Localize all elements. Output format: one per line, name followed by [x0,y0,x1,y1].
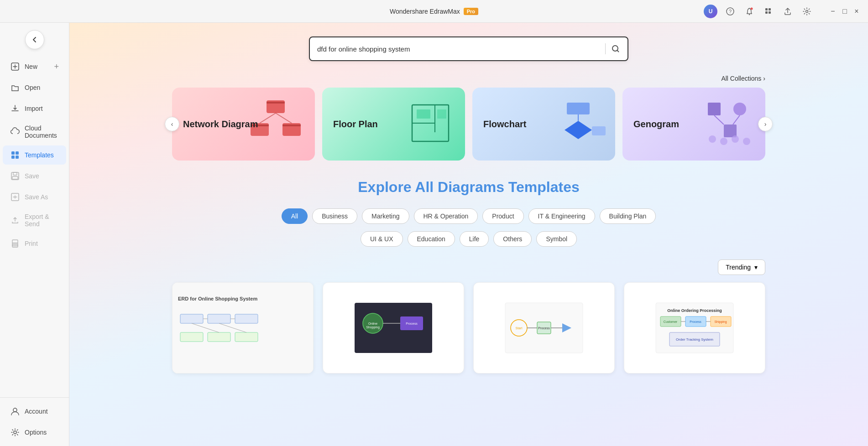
search-input[interactable] [317,45,600,53]
carousel-card-genogram[interactable]: Genogram [622,88,765,161]
sidebar: New + Open Im [0,23,69,446]
template-card-1[interactable]: ERD for Online Shopping System [172,282,314,373]
saveas-label: Save As [25,193,48,201]
user-avatar[interactable]: U [704,5,717,18]
carousel-card-floorplan[interactable]: Floor Plan [322,88,465,161]
svg-rect-49 [180,314,203,323]
carousel-card-flowchart[interactable]: Flowchart [472,88,615,161]
trending-dropdown[interactable]: Trending ▾ [718,259,765,275]
filter-tab-business[interactable]: Business [312,208,357,224]
svg-rect-4 [765,8,768,10]
svg-text:Customer: Customer [664,320,678,323]
carousel-card-network[interactable]: Network Diagram [172,88,315,161]
flowchart-illustration [549,98,608,150]
svg-point-3 [751,7,753,10]
titlebar-icons: U ? [704,5,813,18]
close-button[interactable]: × [852,7,861,16]
svg-text:Online Ordering Processing: Online Ordering Processing [667,308,722,313]
templates-label: Templates [25,151,54,159]
filter-tab-life[interactable]: Life [460,231,489,247]
filter-tab-hr[interactable]: HR & Operation [414,208,478,224]
sidebar-item-saveas[interactable]: Save As [3,187,66,207]
search-button[interactable] [611,44,620,53]
filter-tab-product[interactable]: Product [482,208,523,224]
svg-point-48 [743,138,750,145]
svg-rect-51 [235,314,258,323]
svg-point-20 [13,408,17,412]
carousel-next-button[interactable]: › [758,117,773,131]
share-icon[interactable] [781,5,794,18]
sidebar-item-save[interactable]: Save [3,166,66,186]
options-icon [10,427,20,437]
svg-point-8 [806,10,808,12]
filter-tab-others[interactable]: Others [493,231,532,247]
main-content: All Collections › ‹ Network Diagram [69,23,868,446]
svg-rect-10 [11,151,15,155]
minimize-button[interactable]: − [829,7,837,16]
template-card-4[interactable]: Online Ordering Processing Customer Proc… [624,282,765,373]
template-card-2[interactable]: Online Shopping Process [323,282,464,373]
carousel-prev-button[interactable]: ‹ [165,117,179,131]
filter-tab-it[interactable]: IT & Engineering [528,208,595,224]
options-label: Options [25,429,47,436]
all-collections-link[interactable]: All Collections › [721,75,765,82]
carousel-wrapper: ‹ Network Diagram [172,88,765,161]
sidebar-item-templates[interactable]: Templates [3,145,66,165]
svg-point-46 [720,138,727,145]
sidebar-item-account[interactable]: Account [3,402,66,421]
svg-line-55 [192,323,219,332]
carousel-title-row: All Collections › [172,75,765,82]
filter-tab-symbol[interactable]: Symbol [536,231,577,247]
svg-rect-15 [13,172,17,175]
svg-text:Process: Process [690,320,701,323]
sidebar-item-import[interactable]: Import [3,99,66,118]
pro-badge: Pro [464,8,478,15]
svg-text:Process: Process [406,322,418,325]
svg-rect-53 [208,332,230,342]
import-label: Import [25,105,43,112]
svg-point-45 [709,135,716,143]
main-layout: New + Open Im [0,23,868,446]
template-card-2-content: Online Shopping Process [323,283,464,373]
apps-icon[interactable] [762,5,775,18]
new-icon [10,62,20,72]
svg-rect-5 [769,8,771,10]
filter-tab-uiux[interactable]: UI & UX [361,231,403,247]
saveas-icon [10,192,20,202]
svg-rect-42 [724,124,737,137]
svg-text:Order Tracking System: Order Tracking System [676,337,713,342]
window-controls[interactable]: − □ × [829,7,861,16]
notification-icon[interactable] [743,5,756,18]
template-card-1-content: ERD for Online Shopping System [173,283,313,373]
svg-point-41 [733,103,746,115]
sidebar-item-new[interactable]: New + [3,57,66,76]
template-card-3[interactable]: Start Process [473,282,615,373]
sidebar-item-print[interactable]: Print [3,234,66,253]
trending-label: Trending [726,264,751,271]
help-icon[interactable]: ? [724,5,737,18]
svg-rect-6 [765,11,768,14]
filter-tab-all[interactable]: All [282,208,308,224]
open-label: Open [25,84,40,91]
settings-icon[interactable] [800,5,813,18]
sidebar-item-options[interactable]: Options [3,423,66,442]
svg-point-2 [749,14,750,15]
titlebar: Wondershare EdrawMax Pro U ? [0,0,868,23]
carousel-card-network-label: Network Diagram [183,118,258,130]
svg-rect-18 [12,240,18,243]
trending-chevron-icon: ▾ [754,264,758,271]
filter-tab-education[interactable]: Education [408,231,455,247]
back-button[interactable] [25,30,44,49]
filter-tab-building[interactable]: Building Plan [600,208,656,224]
svg-rect-7 [769,11,771,14]
sidebar-item-cloud[interactable]: Cloud Documents [3,120,66,144]
sidebar-item-export[interactable]: Export & Send [3,208,66,232]
sidebar-item-open[interactable]: Open [3,78,66,97]
svg-rect-12 [11,156,15,159]
maximize-button[interactable]: □ [841,7,849,16]
filter-tab-marketing[interactable]: Marketing [362,208,409,224]
new-plus-icon: + [54,62,59,72]
open-icon [10,83,20,93]
svg-text:?: ? [729,9,732,14]
svg-rect-54 [235,332,258,342]
